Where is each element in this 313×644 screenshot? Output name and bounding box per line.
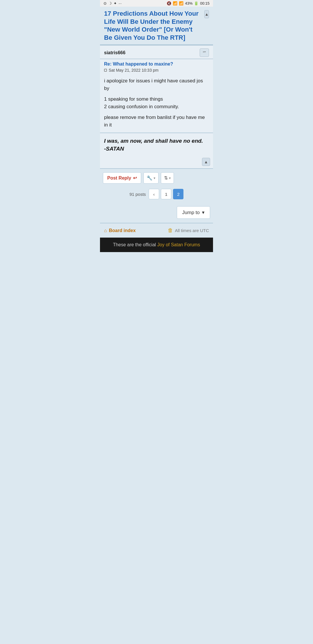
thread-title-link[interactable]: 17 Predictions About How Your Life Will … bbox=[104, 10, 202, 41]
sort-dropdown-arrow: ▾ bbox=[169, 176, 171, 180]
post-scroll-up-area: ▲ bbox=[100, 155, 213, 168]
jump-to-button[interactable]: Jump to ▾ bbox=[177, 206, 210, 219]
post-container: siatris666 “” Re: What happened to maxin… bbox=[100, 45, 213, 168]
post-date: Sat May 21, 2022 10:33 pm bbox=[109, 68, 159, 73]
post-new-icon bbox=[104, 69, 107, 72]
post-header: siatris666 “” bbox=[100, 46, 213, 59]
footer-nav: ⌂ Board index 🗑 All times are UTC bbox=[100, 223, 213, 238]
board-index-icon: ⌂ bbox=[104, 228, 107, 233]
status-right: 🔇 📶 📶 43% 🔋 00:15 bbox=[167, 1, 210, 6]
bottom-bar: These are the official Joy of Satan Foru… bbox=[100, 238, 213, 252]
page-2-button[interactable]: 2 bbox=[173, 189, 183, 199]
post-reply-button[interactable]: Post Reply ↩ bbox=[103, 172, 141, 184]
action-bar: Post Reply ↩ 🔧 ▾ ⇅ ▾ bbox=[100, 168, 213, 187]
utc-label: All times are UTC bbox=[175, 228, 209, 233]
tools-dropdown-arrow: ▾ bbox=[154, 176, 155, 180]
utc-icon: 🗑 bbox=[168, 227, 173, 234]
jos-forums-link[interactable]: Joy of Satan Forums bbox=[157, 242, 200, 247]
post-reply-icon: ↩ bbox=[133, 175, 137, 181]
prev-arrow-icon: ‹ bbox=[153, 192, 155, 197]
post-topic-link[interactable]: Re: What happened to maxine? bbox=[104, 61, 173, 66]
bottom-text-before: These are the official bbox=[113, 242, 157, 247]
more-icon: ··· bbox=[119, 1, 122, 6]
scroll-up-button[interactable]: ▲ bbox=[204, 10, 209, 18]
chrome-icon: ⊙ bbox=[103, 1, 107, 6]
battery-text: 43% bbox=[185, 1, 192, 6]
board-index-link[interactable]: ⌂ Board index bbox=[104, 228, 136, 233]
battery-icon: 🔋 bbox=[194, 1, 199, 6]
refresh-icon: ✦ bbox=[114, 1, 117, 6]
wifi-icon: 📶 bbox=[173, 1, 177, 6]
post-signature: I was, am now, and shall have no end.-SA… bbox=[100, 133, 213, 155]
mute-icon: 🔇 bbox=[167, 1, 171, 6]
jump-to-bar: Jump to ▾ bbox=[100, 203, 213, 223]
tools-icon: 🔧 bbox=[147, 175, 152, 181]
sort-icon: ⇅ bbox=[164, 175, 168, 181]
post-body-line-3: please remove me from banlist if you hav… bbox=[104, 114, 209, 129]
post-body-line-2: 1 speaking for some things2 causing conf… bbox=[104, 95, 209, 110]
thread-title-area: 17 Predictions About How Your Life Will … bbox=[100, 7, 213, 45]
jump-to-arrow-icon: ▾ bbox=[202, 209, 205, 216]
tools-button[interactable]: 🔧 ▾ bbox=[143, 172, 159, 184]
sort-button[interactable]: ⇅ ▾ bbox=[161, 172, 174, 184]
footer-utc: 🗑 All times are UTC bbox=[168, 227, 209, 234]
status-left: ⊙ ☽ ✦ ··· bbox=[103, 1, 122, 6]
quote-button[interactable]: “” bbox=[200, 48, 209, 57]
post-body: i apologize for issues i might have caus… bbox=[100, 75, 213, 133]
post-meta: Sat May 21, 2022 10:33 pm bbox=[100, 67, 213, 75]
status-bar: ⊙ ☽ ✦ ··· 🔇 📶 📶 43% 🔋 00:15 bbox=[100, 0, 213, 7]
page-1-button[interactable]: 1 bbox=[161, 189, 171, 199]
posts-count-label: 91 posts bbox=[130, 192, 146, 197]
time-display: 00:15 bbox=[200, 1, 210, 6]
pagination-bar: 91 posts ‹ 1 2 bbox=[100, 187, 213, 203]
post-username: siatris666 bbox=[104, 50, 125, 55]
post-reply-label: Post Reply bbox=[107, 176, 131, 181]
post-topic: Re: What happened to maxine? bbox=[100, 59, 213, 67]
signal-icon: 📶 bbox=[179, 1, 183, 6]
post-scroll-up-button[interactable]: ▲ bbox=[202, 158, 210, 166]
post-body-line-1: i apologize for issues i might have caus… bbox=[104, 77, 209, 92]
board-index-label: Board index bbox=[109, 228, 136, 233]
jump-to-label: Jump to bbox=[182, 210, 200, 216]
prev-page-button[interactable]: ‹ bbox=[149, 189, 159, 199]
signature-text: I was, am now, and shall have no end.-SA… bbox=[104, 138, 203, 152]
moon-icon: ☽ bbox=[108, 1, 112, 6]
